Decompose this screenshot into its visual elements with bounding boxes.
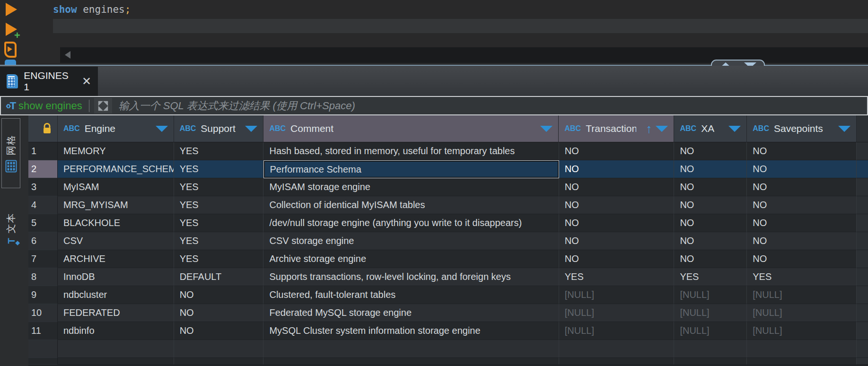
- table-row[interactable]: 6CSVYESCSV storage engineNONONO: [28, 232, 868, 250]
- sql-editor[interactable]: + show engines;: [0, 0, 868, 66]
- expand-filter-button[interactable]: [94, 98, 112, 113]
- cell-support[interactable]: YES: [174, 160, 264, 178]
- cell-savepoints[interactable]: [NULL]: [747, 304, 857, 322]
- cell-engine[interactable]: FEDERATED: [58, 304, 174, 322]
- cell-savepoints[interactable]: NO: [747, 142, 857, 160]
- cell-engine[interactable]: MyISAM: [58, 178, 174, 196]
- cell-transactions[interactable]: NO: [559, 160, 675, 178]
- close-icon[interactable]: ✕: [82, 75, 91, 88]
- column-header-engine[interactable]: ABCEngine: [58, 115, 174, 142]
- cell-comment[interactable]: /dev/null storage engine (anything you w…: [263, 214, 559, 232]
- filter-placeholder[interactable]: 输入一个 SQL 表达式来过滤结果 (使用 Ctrl+Space): [119, 99, 355, 113]
- cell-xa[interactable]: NO: [674, 232, 747, 250]
- table-row[interactable]: 3MyISAMYESMyISAM storage engineNONONO: [28, 178, 868, 196]
- cell-comment[interactable]: Federated MySQL storage engine: [263, 304, 559, 322]
- row-number[interactable]: 7: [28, 250, 58, 268]
- tab-engines-1[interactable]: ENGINES 1 ✕: [0, 67, 98, 96]
- cell-support[interactable]: YES: [174, 250, 264, 268]
- cell-engine[interactable]: InnoDB: [58, 268, 174, 286]
- cell-savepoints[interactable]: [NULL]: [747, 322, 857, 340]
- row-number[interactable]: 6: [28, 232, 58, 250]
- column-header-savepoints[interactable]: ABCSavepoints: [747, 115, 857, 142]
- cell-xa[interactable]: NO: [674, 214, 747, 232]
- column-filter-dropdown-icon[interactable]: [838, 126, 850, 132]
- column-header-comment[interactable]: ABCComment: [263, 115, 559, 142]
- cell-savepoints[interactable]: NO: [747, 196, 857, 214]
- row-number[interactable]: 4: [28, 196, 58, 214]
- execute-new-tab-button[interactable]: +: [6, 23, 17, 36]
- cell-engine[interactable]: PERFORMANCE_SCHEMA: [58, 160, 174, 178]
- cell-support[interactable]: NO: [174, 322, 264, 340]
- column-header-transactions[interactable]: ABCTransactions↑: [559, 115, 674, 142]
- table-row[interactable]: 7ARCHIVEYESArchive storage engineNONONO: [28, 250, 868, 268]
- cell-comment[interactable]: Hash based, stored in memory, useful for…: [263, 142, 559, 160]
- cell-xa[interactable]: NO: [674, 196, 747, 214]
- table-row[interactable]: 11ndbinfoNOMySQL Cluster system informat…: [28, 322, 868, 340]
- cell-engine[interactable]: ndbcluster: [58, 286, 174, 304]
- cell-support[interactable]: NO: [174, 286, 264, 304]
- cell-transactions[interactable]: NO: [559, 232, 675, 250]
- cell-savepoints[interactable]: NO: [747, 232, 857, 250]
- execute-script-button[interactable]: [4, 42, 17, 58]
- cell-savepoints[interactable]: [NULL]: [747, 286, 857, 304]
- cell-transactions[interactable]: NO: [559, 142, 675, 160]
- cell-xa[interactable]: NO: [674, 250, 747, 268]
- cell-comment[interactable]: Performance Schema: [263, 160, 559, 178]
- cell-support[interactable]: YES: [174, 178, 264, 196]
- cell-support[interactable]: YES: [174, 142, 264, 160]
- column-filter-dropdown-icon[interactable]: [728, 126, 741, 132]
- cell-comment[interactable]: Archive storage engine: [263, 250, 559, 268]
- cell-xa[interactable]: [NULL]: [674, 304, 747, 322]
- row-number[interactable]: 9: [28, 286, 58, 304]
- column-filter-dropdown-icon[interactable]: [656, 126, 668, 132]
- tab-text-view[interactable]: T 文本: [1, 195, 20, 261]
- cell-xa[interactable]: YES: [674, 268, 747, 286]
- table-row[interactable]: 2PERFORMANCE_SCHEMAYESPerformance Schema…: [28, 160, 868, 178]
- column-filter-dropdown-icon[interactable]: [540, 126, 552, 132]
- cell-engine[interactable]: ndbinfo: [58, 322, 174, 340]
- column-header-xa[interactable]: ABCXA: [674, 115, 747, 142]
- cell-support[interactable]: YES: [174, 196, 264, 214]
- cell-savepoints[interactable]: YES: [747, 268, 857, 286]
- column-header-support[interactable]: ABCSupport: [174, 115, 264, 142]
- column-filter-dropdown-icon[interactable]: [245, 126, 257, 132]
- cell-transactions[interactable]: YES: [559, 268, 675, 286]
- result-filter-bar[interactable]: ‹›T show engines 输入一个 SQL 表达式来过滤结果 (使用 C…: [0, 96, 868, 115]
- applied-filter-text[interactable]: show engines: [18, 100, 82, 112]
- cell-engine[interactable]: CSV: [58, 232, 174, 250]
- row-number[interactable]: 5: [28, 214, 58, 232]
- cell-transactions[interactable]: NO: [559, 250, 675, 268]
- cell-comment[interactable]: MyISAM storage engine: [263, 178, 559, 196]
- cell-comment[interactable]: Supports transactions, row-level locking…: [263, 268, 559, 286]
- table-row[interactable]: 4MRG_MYISAMYESCollection of identical My…: [28, 196, 868, 214]
- cell-transactions[interactable]: NO: [559, 214, 675, 232]
- cell-savepoints[interactable]: NO: [747, 214, 857, 232]
- execute-statement-button[interactable]: [6, 3, 17, 16]
- cell-transactions[interactable]: [NULL]: [559, 304, 675, 322]
- cell-xa[interactable]: NO: [674, 178, 747, 196]
- sort-ascending-icon[interactable]: ↑: [646, 124, 652, 133]
- table-row[interactable]: 1MEMORYYESHash based, stored in memory, …: [28, 142, 868, 160]
- cell-savepoints[interactable]: NO: [747, 160, 857, 178]
- cell-engine[interactable]: BLACKHOLE: [58, 214, 174, 232]
- row-number[interactable]: 1: [28, 142, 58, 160]
- cell-support[interactable]: NO: [174, 304, 264, 322]
- scroll-left-arrow-icon[interactable]: [65, 51, 70, 59]
- tab-grid-view[interactable]: 网格: [1, 118, 20, 188]
- cell-support[interactable]: YES: [174, 232, 264, 250]
- cell-comment[interactable]: Collection of identical MyISAM tables: [263, 196, 559, 214]
- cell-transactions[interactable]: [NULL]: [559, 322, 675, 340]
- table-row[interactable]: 8InnoDBDEFAULTSupports transactions, row…: [28, 268, 868, 286]
- cell-xa[interactable]: NO: [674, 142, 747, 160]
- row-number[interactable]: 3: [28, 178, 58, 196]
- table-row[interactable]: 10FEDERATEDNOFederated MySQL storage eng…: [28, 304, 868, 322]
- table-row[interactable]: 5BLACKHOLEYES/dev/null storage engine (a…: [28, 214, 868, 232]
- sql-code-line[interactable]: show engines;: [53, 4, 131, 15]
- cell-transactions[interactable]: NO: [559, 178, 675, 196]
- row-number[interactable]: 11: [28, 322, 58, 340]
- column-filter-dropdown-icon[interactable]: [156, 126, 168, 132]
- cell-support[interactable]: DEFAULT: [174, 268, 264, 286]
- cell-xa[interactable]: [NULL]: [674, 286, 747, 304]
- cell-comment[interactable]: CSV storage engine: [263, 232, 559, 250]
- cell-savepoints[interactable]: NO: [747, 250, 857, 268]
